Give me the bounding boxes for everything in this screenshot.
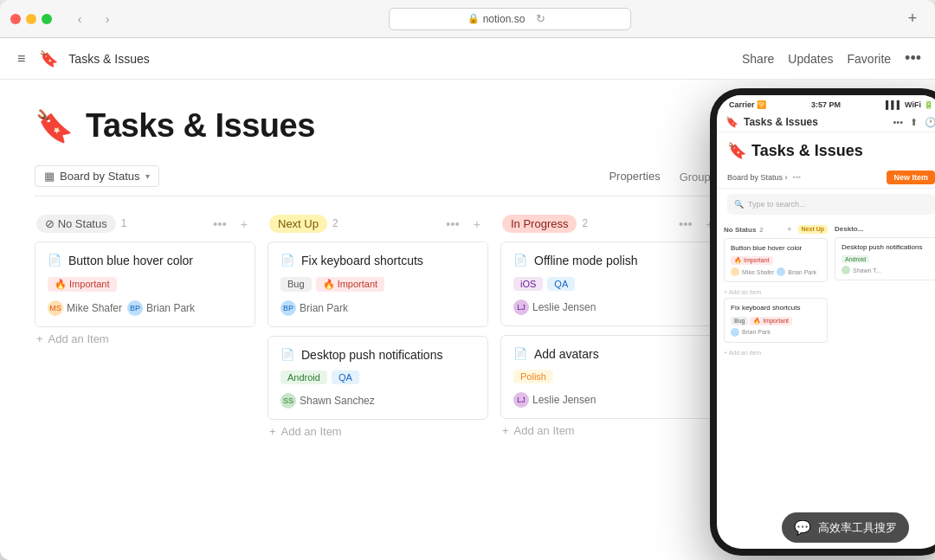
card-fix-keyboard[interactable]: 📄 Fix keyboard shortcuts Bug 🔥 Important [268, 241, 488, 327]
phone-tag-important: 🔥 Important [731, 256, 773, 265]
column-more-button[interactable]: ••• [210, 214, 229, 233]
phone-card-blue-hover[interactable]: Button blue hover color 🔥 Important Mike… [724, 238, 828, 282]
card-offline-mode[interactable]: 📄 Offline mode polish iOS QA LJ [500, 241, 721, 326]
column-add-button-next-up[interactable]: + [468, 214, 487, 233]
phone-clock-icon[interactable]: 🕐 [925, 117, 935, 128]
add-item-label: Add an Item [48, 332, 109, 345]
phone-new-item-btn[interactable]: New Item [887, 171, 935, 184]
phone-share-icon[interactable]: ⬆ [910, 117, 918, 128]
board-view-icon: ▦ [44, 170, 55, 183]
view-selector[interactable]: ▦ Board by Status ▾ [35, 165, 159, 187]
phone-more-icon[interactable]: ••• [893, 117, 903, 128]
phone-toolbar: Board by Status › ••• New Item [717, 167, 935, 189]
column-in-progress: In Progress 2 ••• + 📄 [500, 214, 721, 551]
phone-column-next-up: Deskto... Desktop push notifications And… [835, 225, 935, 544]
phone-battery: 🔋 [924, 100, 933, 109]
traffic-lights [10, 14, 52, 24]
minimize-button[interactable] [26, 14, 36, 24]
card-add-avatars[interactable]: 📄 Add avatars Polish LJ Leslie Jense [500, 335, 721, 420]
column-more-button-in-progress[interactable]: ••• [676, 214, 695, 233]
card-title: Fix keyboard shortcuts [301, 253, 423, 270]
card-title: Desktop push notifications [301, 347, 442, 364]
phone-assignee-row: Mike Shafer Brian Park [731, 267, 821, 276]
card-title-row: 📄 Desktop push notifications [280, 347, 475, 364]
phone-mockup: Carrier 🛜 3:57 PM ▌▌▌ WiFi 🔋 🔖 Tasks & I… [710, 88, 935, 556]
phone-col-next-up-label: Next Up [798, 225, 828, 234]
add-item-next-up[interactable]: + Add an Item [268, 420, 488, 443]
column-add-button[interactable]: + [235, 214, 254, 233]
updates-button[interactable]: Updates [788, 52, 833, 66]
close-button[interactable] [10, 14, 21, 24]
back-button[interactable]: ‹ [68, 10, 92, 29]
wechat-icon: 💬 [794, 519, 811, 536]
add-item-label: Add an Item [281, 425, 342, 438]
add-icon: + [36, 332, 43, 345]
phone-signal: ▌▌▌ [886, 100, 902, 109]
phone-time: 3:57 PM [811, 100, 841, 109]
phone-avatar-bp2 [731, 328, 739, 337]
main-content: 🔖 Tasks & Issues ▦ Board by Status ▾ Pro… [0, 80, 935, 560]
properties-button[interactable]: Properties [603, 166, 665, 186]
phone-column-no-status: No Status 2 + Next Up Button blue hover … [724, 225, 828, 544]
phone-carrier: Carrier 🛜 [729, 100, 766, 109]
page-icon: 🔖 [35, 108, 74, 145]
phone-assignee-brian: Brian Park [788, 269, 816, 275]
column-header-in-progress: In Progress 2 ••• + [500, 214, 721, 233]
url-display[interactable]: 🔒 notion.so ↻ [389, 8, 631, 30]
tag-android: Android [280, 370, 327, 384]
add-item-no-status[interactable]: + Add an Item [35, 327, 255, 351]
phone-card-fix-keyboard[interactable]: Fix keyboard shortcuts Bug 🔥 Important B… [724, 298, 828, 342]
phone-view-btn[interactable]: Board by Status › [727, 173, 788, 182]
sidebar-toggle-button[interactable]: ≡ [14, 48, 29, 70]
maximize-button[interactable] [42, 14, 52, 24]
phone-col-header-next-up: Deskto... [835, 225, 935, 233]
phone-avatar-shawn [842, 266, 850, 274]
page-title: Tasks & Issues [86, 107, 315, 145]
column-no-status: ⊘ No Status 1 ••• + [35, 214, 255, 551]
assignee-name-leslie-2: Leslie Jensen [532, 394, 596, 406]
assignee-brian-park: BP Brian Park [280, 300, 348, 316]
phone-add-item-1[interactable]: + Add an Item [724, 286, 828, 298]
forward-button[interactable]: › [95, 10, 119, 29]
nav-buttons: ‹ › [68, 10, 119, 29]
tag-important: 🔥 Important [316, 277, 385, 292]
column-title-badge-no-status: ⊘ No Status [36, 215, 116, 233]
column-header-no-status: ⊘ No Status 1 ••• + [35, 214, 255, 233]
phone-add-item-2[interactable]: + Add an item [724, 347, 828, 358]
more-options-button[interactable]: ••• [905, 49, 921, 68]
phone-card-tags-desktop: Android [842, 255, 932, 263]
phone-assignee-row-2: Brian Park [731, 328, 821, 337]
phone-col-desktop-label: Deskto... [835, 225, 863, 233]
new-tab-button[interactable]: + [900, 7, 925, 31]
app-header-left: ≡ 🔖 Tasks & Issues [14, 48, 150, 70]
phone-search-placeholder[interactable]: Type to search... [748, 200, 806, 209]
add-icon: + [502, 424, 509, 437]
phone-card-tags-fix: Bug 🔥 Important [731, 317, 821, 325]
card-desktop-push[interactable]: 📄 Desktop push notifications Android QA [268, 336, 488, 421]
card-assignees: MS Mike Shafer BP Brian Park [48, 300, 242, 316]
add-item-in-progress[interactable]: + Add an Item [500, 419, 721, 442]
doc-icon: 📄 [280, 348, 294, 361]
no-status-count: 1 [121, 217, 127, 229]
column-more-button-next-up[interactable]: ••• [443, 214, 462, 233]
phone-inner: Carrier 🛜 3:57 PM ▌▌▌ WiFi 🔋 🔖 Tasks & I… [717, 95, 935, 549]
favorite-button[interactable]: Favorite [848, 52, 892, 66]
phone-no-status-count: 2 [759, 226, 763, 234]
assignee-name-leslie: Leslie Jensen [532, 301, 596, 313]
phone-wifi: WiFi [905, 100, 921, 109]
phone-board-area: No Status 2 + Next Up Button blue hover … [717, 220, 935, 549]
assignee-leslie-2: LJ Leslie Jensen [513, 392, 596, 408]
phone-assignee-row-desktop: Shawn T... [842, 266, 932, 274]
column-next-up: Next Up 2 ••• + 📄 [268, 214, 488, 551]
phone-card-desktop[interactable]: Desktop push notifications Android Shawn… [835, 237, 935, 280]
no-status-icon: ⊘ [45, 217, 55, 230]
app-icon: 🔖 [39, 49, 58, 68]
phone-page-icon: 🔖 [727, 141, 746, 160]
phone-col-plus[interactable]: + [787, 225, 791, 234]
share-button[interactable]: Share [742, 52, 774, 66]
card-button-blue-hover[interactable]: 📄 Button blue hover color 🔥 Important MS [35, 241, 255, 327]
mac-window: ‹ › 🔒 notion.so ↻ + ≡ 🔖 Tasks & Issues S… [0, 0, 935, 560]
avatar-brian: BP [127, 300, 143, 316]
reload-button[interactable]: ↻ [528, 10, 552, 29]
doc-icon: 📄 [513, 254, 527, 267]
